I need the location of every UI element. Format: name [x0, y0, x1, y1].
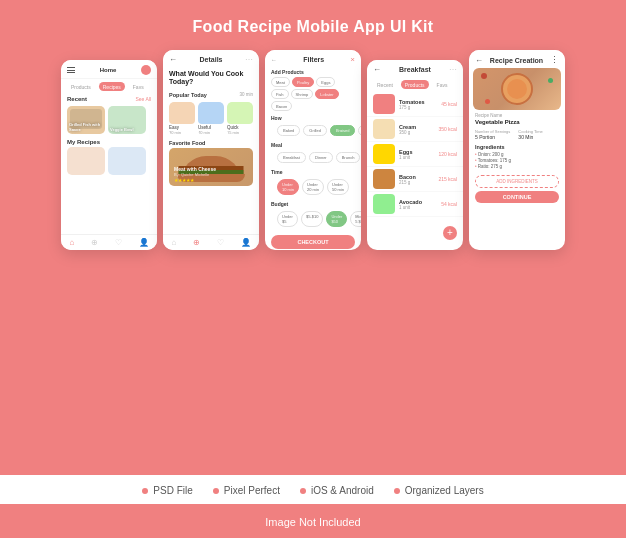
cream-cal: 350 kcal: [438, 126, 457, 132]
avocado-info: Avocado 1 unit: [399, 199, 437, 210]
avocado-grams: 1 unit: [399, 205, 437, 210]
card-grilled-fish[interactable]: Grilled Fish with Sauce: [67, 106, 105, 134]
stars-icon: ★★★★★: [174, 177, 216, 183]
my-recipes-row: [67, 147, 151, 175]
fav-overlay: Meat with Cheese By: Quiche Michelle ★★★…: [174, 166, 216, 183]
profile-nav-icon[interactable]: 👤: [139, 238, 149, 247]
psd-dot: [142, 488, 148, 494]
phone-home: Home Products Recipes Favs Recent See Al…: [61, 60, 157, 250]
pizza-circle: [501, 73, 533, 105]
time-50[interactable]: Under 50 min: [327, 179, 349, 195]
how-baked[interactable]: Baked: [277, 125, 300, 136]
meal-brunch[interactable]: Brunch: [336, 152, 361, 163]
p5-more-icon[interactable]: ⋮: [550, 55, 559, 65]
see-all-link[interactable]: See All: [135, 96, 151, 102]
p4-tab-products[interactable]: Products: [401, 80, 429, 89]
meal-dinner[interactable]: Dinner: [309, 152, 333, 163]
budget-more5[interactable]: More 5 $: [350, 211, 361, 227]
top-section: Food Recipe Mobile App UI Kit Home Produ…: [0, 0, 626, 475]
psd-label: PSD File: [153, 485, 192, 496]
p2-home-icon[interactable]: ⌂: [171, 238, 176, 247]
chip-meat[interactable]: Meat: [271, 77, 290, 87]
time-label: Time: [271, 169, 355, 175]
tab-recipes[interactable]: Recipes: [99, 82, 125, 91]
ingredient-cream[interactable]: Cream 350 g 350 kcal: [367, 117, 463, 142]
tomato-grams: 175 g: [399, 105, 437, 110]
search-nav-icon[interactable]: ⊕: [91, 238, 98, 247]
tab-products[interactable]: Products: [67, 82, 95, 91]
recipe-category: Number of Servings 5 Portion: [475, 129, 510, 140]
recipe-name-label: Recipe Name: [475, 113, 559, 118]
cook-question: What Would You Cook Today?: [163, 67, 259, 90]
recent-header: Recent See All: [61, 94, 157, 104]
ingredient-tomatoes[interactable]: Tomatoes 175 g 45 kcal: [367, 92, 463, 117]
popular-cards: Easy 30 min Useful 40 min Quick 15 min: [163, 100, 259, 137]
back-arrow-icon[interactable]: ←: [169, 55, 177, 64]
details-title: Details: [200, 56, 223, 63]
budget-50[interactable]: Under $50: [326, 211, 347, 227]
chip-bacon[interactable]: Bacon: [271, 101, 292, 111]
time-10[interactable]: Under 10 min: [277, 179, 299, 195]
cream-info: Cream 350 g: [399, 124, 434, 135]
home-label: Home: [100, 67, 117, 73]
p2-profile-icon[interactable]: 👤: [241, 238, 251, 247]
budget-5[interactable]: Under $5: [277, 211, 298, 227]
tab-favs[interactable]: Favs: [129, 82, 148, 91]
ingredient-eggs[interactable]: Eggs 1 unit 120 kcal: [367, 142, 463, 167]
recipe-info: Recipe Name Vegetable Pizza: [469, 110, 565, 127]
p4-more-icon[interactable]: ⋯: [449, 65, 457, 74]
p5-back-icon[interactable]: ←: [475, 56, 483, 65]
tabs-row: Products Recipes Favs: [61, 79, 157, 94]
pop-card-3[interactable]: Quick 15 min: [227, 102, 253, 135]
p3-header: ← Filters ×: [265, 50, 361, 67]
continue-button[interactable]: CONTINUE: [475, 191, 559, 203]
pop-card-2[interactable]: Useful 40 min: [198, 102, 224, 135]
pop-card-1[interactable]: Easy 30 min: [169, 102, 195, 135]
my-recipe-2[interactable]: [108, 147, 146, 175]
heart-nav-icon[interactable]: ♡: [115, 238, 122, 247]
checkout-button[interactable]: CHECKOUT: [271, 235, 355, 249]
how-grilled[interactable]: Grilled: [303, 125, 327, 136]
p2-search-icon[interactable]: ⊕: [193, 238, 200, 247]
add-ingredient-button[interactable]: +: [443, 226, 457, 240]
bacon-info: Bacon 215 g: [399, 174, 434, 185]
chip-fish[interactable]: Fish: [271, 89, 289, 99]
bottom-nav: ⌂ ⊕ ♡ 👤: [61, 234, 157, 250]
card-label-1: Grilled Fish with Sauce: [69, 122, 105, 132]
ingredient-bacon[interactable]: Bacon 215 g 215 kcal: [367, 167, 463, 192]
how-braised[interactable]: Braised: [330, 125, 356, 136]
close-icon[interactable]: ×: [350, 55, 355, 64]
favorite-food-image[interactable]: Meat with Cheese By: Quiche Michelle ★★★…: [169, 148, 253, 186]
home-nav-icon[interactable]: ⌂: [69, 238, 74, 247]
how-smoked[interactable]: Smoked: [358, 125, 361, 136]
hamburger-icon[interactable]: [67, 67, 75, 73]
my-recipe-1[interactable]: [67, 147, 105, 175]
chip-lobster[interactable]: Lobster: [315, 89, 338, 99]
p4-tab-favs[interactable]: Favs: [433, 80, 452, 89]
add-ingredients-button[interactable]: ADD INGREDIENTS: [475, 175, 559, 188]
chip-poultry[interactable]: Poultry: [292, 77, 314, 87]
egg-info: Eggs 1 unit: [399, 149, 434, 160]
layers-label: Organized Layers: [405, 485, 484, 496]
pixel-label: Pixel Perfect: [224, 485, 280, 496]
phone-details: ← Details ⋯ What Would You Cook Today? P…: [163, 50, 259, 250]
pop-card-2-time: 40 min: [198, 130, 224, 135]
p4-tab-recent[interactable]: Recent: [373, 80, 397, 89]
filter-back-icon[interactable]: ←: [271, 57, 277, 63]
time-20[interactable]: Under 20 min: [302, 179, 324, 195]
feature-layers: Organized Layers: [394, 485, 484, 496]
budget-5-10[interactable]: $5-$10: [301, 211, 323, 227]
p2-bottom-nav: ⌂ ⊕ ♡ 👤: [163, 234, 259, 250]
avatar: [141, 65, 151, 75]
add-products-label: Add Products: [271, 69, 355, 75]
ingredient-avocado[interactable]: Avocado 1 unit 54 kcal: [367, 192, 463, 217]
popular-header: Popular Today 30 min: [163, 90, 259, 100]
p4-back-icon[interactable]: ←: [373, 65, 381, 74]
p2-heart-icon[interactable]: ♡: [217, 238, 224, 247]
more-icon[interactable]: ⋯: [245, 55, 253, 64]
chip-eggs[interactable]: Eggs: [316, 77, 335, 87]
ingredient-1: Onion: 200 g: [475, 152, 559, 157]
meal-breakfast[interactable]: Breakfast: [277, 152, 306, 163]
card-veggie-bowl[interactable]: Veggie Bowl: [108, 106, 146, 134]
chip-shrimp[interactable]: Shrimp: [291, 89, 314, 99]
